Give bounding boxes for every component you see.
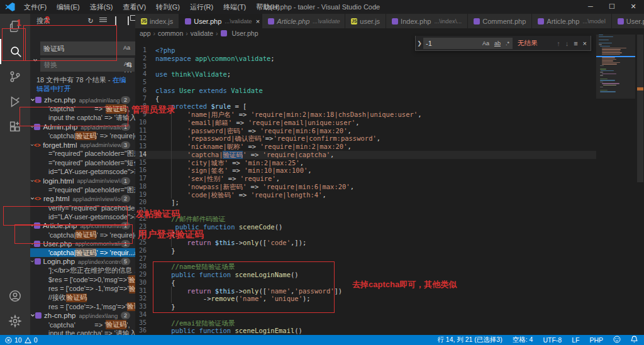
menu-item[interactable]: 编辑(E)	[52, 0, 85, 14]
search-result-file-row[interactable]: ·User.phpapp\common\validate1	[30, 239, 135, 248]
code-line[interactable]: 14 'captcha|验证码' => 'require|captcha',	[135, 151, 596, 159]
code-line[interactable]: 5	[135, 79, 596, 87]
problems-status[interactable]: 10 0	[0, 336, 38, 344]
code-line[interactable]: 4use think\Validate;	[135, 70, 596, 79]
code-line[interactable]: 15 'city|城市' => 'min:2|max:25',	[135, 159, 596, 167]
status-item[interactable]: PHP	[589, 336, 603, 344]
search-result-file-row[interactable]: <>forget.htmlapp\admin\view\lo...3	[30, 140, 135, 149]
code-line[interactable]: 31 return $this->only(['name','password'…	[135, 287, 596, 295]
settings-gear-icon[interactable]	[0, 309, 30, 334]
search-match-row[interactable]: 'captcha' => '验证码',	[30, 320, 135, 329]
search-match-row[interactable]: 'captcha|验证码' => 'requir...⇄×	[30, 248, 135, 257]
code-editor[interactable]: 1<?php2namespace app\common\validate;34u…	[135, 47, 596, 335]
search-match-row[interactable]: 'captcha' => '验证码',	[30, 104, 135, 113]
search-match-row[interactable]: input the captcha' => '请输入验证码'	[30, 114, 135, 123]
account-icon[interactable]	[0, 283, 30, 309]
search-match-row[interactable]: 'captcha|验证码' => 'require|captcha'	[30, 131, 135, 140]
breadcrumb-item[interactable]: validate	[191, 30, 213, 37]
code-line[interactable]: 18 'nowpass|新密码' => 'require|min:6|max:2…	[135, 183, 596, 191]
code-line[interactable]: 28 //name登陆验证场景	[135, 263, 596, 271]
explorer-icon[interactable]	[0, 14, 30, 39]
search-match-row[interactable]: //接收验证码	[30, 293, 135, 302]
find-match-case-icon[interactable]: Aa	[481, 39, 491, 48]
menu-item[interactable]: 运行(R)	[185, 0, 218, 14]
search-match-row[interactable]: ="required" placeholder="短信验证...	[30, 158, 135, 167]
extensions-icon[interactable]	[0, 114, 30, 140]
code-line[interactable]: 19 'code|校验码' => 'require|length:4',	[135, 191, 596, 199]
search-icon[interactable]	[0, 39, 30, 64]
search-match-row[interactable]: input the captcha' => '请输入验证码',	[30, 329, 135, 335]
menu-item[interactable]: 转到(G)	[151, 0, 185, 14]
maximize-button[interactable]: ☐	[601, 0, 623, 14]
code-line[interactable]: 22 //邮件邮件码验证	[135, 215, 596, 223]
code-line[interactable]: 24 {	[135, 231, 596, 239]
minimize-button[interactable]: ─	[580, 0, 601, 14]
code-line[interactable]: 26 }	[135, 247, 596, 255]
tab-user.js[interactable]: JSuser.js	[345, 14, 386, 28]
search-details-toggle[interactable]: ···	[124, 68, 133, 75]
find-in-selection-icon[interactable]: ≡	[574, 40, 577, 47]
code-line[interactable]: 2namespace app\common\validate;	[135, 55, 596, 63]
minimap[interactable]	[596, 35, 635, 335]
breadcrumb-item[interactable]: app	[140, 30, 151, 37]
find-previous-icon[interactable]: ↑	[557, 40, 560, 47]
search-match-row[interactable]: res = ['code'=> -1,'msg'=>'验证码发...	[30, 284, 135, 293]
search-result-file-row[interactable]: ·Login.phpapp\index\controller5	[30, 257, 135, 266]
code-line[interactable]: 12 'repassword|确认密码'=>'require|confirm:p…	[135, 134, 596, 143]
code-line[interactable]: 11 'password|密码' => 'require|min:6|max:2…	[135, 127, 596, 135]
search-match-row[interactable]: verify="required" placeholder="验证...	[30, 204, 135, 212]
clear-results-icon[interactable]	[99, 16, 108, 25]
code-line[interactable]: 21	[135, 207, 596, 215]
search-result-file-row[interactable]: ·Admin.phpapp\admin\validate1	[30, 123, 135, 131]
notifications-bell-icon[interactable]	[631, 336, 638, 344]
feedback-smiley-icon[interactable]	[613, 336, 621, 344]
tab-Comment.php[interactable]: ·Comment.php	[468, 14, 532, 28]
code-line[interactable]: 23 public function sceneCode()	[135, 223, 596, 231]
close-button[interactable]: ✕	[623, 0, 644, 14]
code-line[interactable]: 6class User extends Validate	[135, 87, 596, 95]
code-line[interactable]: 20 ];	[135, 199, 596, 207]
search-match-row[interactable]: '];</br>您正在维护您的信息，请在1...	[30, 266, 135, 275]
match-case-icon[interactable]: Aa	[122, 43, 131, 52]
tab-User.ph[interactable]: ·User.ph	[612, 14, 644, 28]
find-close-icon[interactable]: ×	[583, 40, 587, 47]
menu-item[interactable]: 查看(V)	[118, 0, 151, 14]
status-item[interactable]: UTF-8	[543, 336, 562, 344]
code-line[interactable]: 9 'name|用户名' => 'require|min:2|max:18|ch…	[135, 111, 596, 119]
replace-input[interactable]: 替换 AB	[40, 58, 135, 72]
search-match-row[interactable]: id="LAY-user-getsmscode">获取验...	[30, 212, 135, 221]
editor-scrollbar[interactable]	[636, 35, 644, 335]
code-line[interactable]: 32 ->remove('name', 'unique');	[135, 295, 596, 303]
search-match-row[interactable]: $res = ['code'=>0,'msg'=>'验证码已...	[30, 275, 135, 284]
search-result-file-row[interactable]: ·zh-cn.phpapp\index\lang2	[30, 311, 135, 320]
code-line[interactable]: 34	[135, 311, 596, 319]
search-match-row[interactable]: 'captcha|验证码' => 'require|captcha'	[30, 230, 135, 239]
tab-close-icon[interactable]: ×	[256, 18, 260, 25]
breadcrumb-item[interactable]: common	[158, 30, 183, 37]
code-line[interactable]: 16 'sign|签名' => 'min:10|max:100',	[135, 167, 596, 175]
tab-User.php[interactable]: ·User.php...\validate×	[179, 14, 262, 28]
search-match-row[interactable]: ="required" placeholder="图形验证...	[30, 185, 135, 194]
code-line[interactable]: 13 'nickname|昵称' => 'require|min:2|max:2…	[135, 143, 596, 151]
tab-Index.php[interactable]: ·Index.php...\index\...	[386, 14, 468, 28]
search-result-file-row[interactable]: <>login.htmlapp\admin\view\login1	[30, 177, 135, 185]
menu-item[interactable]: 选择(S)	[85, 0, 118, 14]
code-line[interactable]: 8 protected $rule = [	[135, 102, 596, 111]
code-line[interactable]: 29 public function sceneLoginName()	[135, 271, 596, 279]
code-line[interactable]: 25 return $this->only(['code',]);	[135, 239, 596, 247]
search-match-row[interactable]: ="required" placeholder="图形验证...	[30, 150, 135, 158]
tab-Article.php[interactable]: ·Article.php...\model	[532, 14, 611, 28]
breadcrumb-file[interactable]: User.php	[232, 30, 258, 37]
code-line[interactable]: 3	[135, 63, 596, 71]
code-line[interactable]: 33 }	[135, 303, 596, 311]
search-result-file-row[interactable]: <>reg.htmlapp\admin\view\login2	[30, 194, 135, 203]
status-item[interactable]: LF	[572, 336, 579, 344]
code-line[interactable]: 30 {	[135, 279, 596, 287]
open-in-editor-icon[interactable]	[124, 16, 133, 25]
find-input[interactable]: -1 Aa ab .*	[423, 38, 513, 49]
search-match-row[interactable]: res = ['code'=>-1,'msg'=>'验证码错...	[30, 302, 135, 311]
code-line[interactable]: 10 'email|邮箱' => 'require|email|unique:u…	[135, 119, 596, 127]
code-line[interactable]: 7{	[135, 95, 596, 103]
search-input[interactable]: 验证码 Aa ab .*	[40, 41, 135, 55]
toggle-replace-button[interactable]	[31, 53, 39, 68]
